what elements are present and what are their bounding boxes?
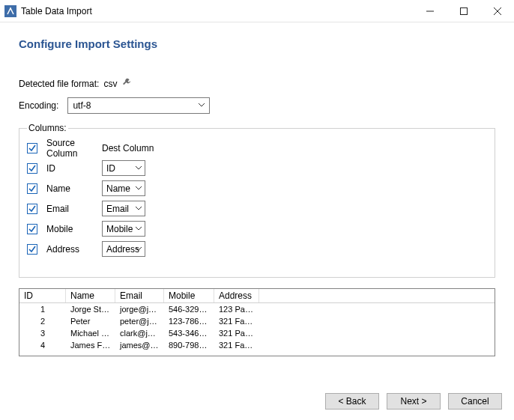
cell-email: james@java…	[115, 339, 164, 351]
column-row-address: Address Address	[27, 239, 487, 259]
columns-header-row: Source Column Dest Column	[27, 138, 487, 158]
window-controls	[413, 0, 514, 22]
columns-fieldset: Columns: Source Column Dest Column ID ID…	[19, 123, 495, 278]
dest-value: ID	[106, 163, 115, 174]
next-button[interactable]: Next >	[387, 393, 441, 410]
select-all-checkbox[interactable]	[27, 143, 37, 153]
encoding-select[interactable]: utf-8	[67, 97, 210, 114]
col-spacer	[259, 289, 495, 302]
cell-id: 3	[19, 327, 66, 339]
cell-id: 4	[19, 339, 66, 351]
cell-address: 321 Fake A…	[214, 315, 259, 327]
cell-email: peter@java…	[115, 315, 164, 327]
table-row[interactable]: 4 James Fran… james@java… 890-798-54… 32…	[19, 339, 495, 351]
source-name: Mobile	[46, 224, 102, 234]
dest-select[interactable]: Mobile	[102, 221, 145, 237]
cell-mobile: 890-798-54…	[164, 339, 214, 351]
column-checkbox[interactable]	[27, 204, 37, 214]
app-icon	[4, 5, 16, 17]
source-name: Address	[46, 244, 102, 255]
chevron-down-icon	[136, 227, 142, 231]
page-heading: Configure Import Settings	[19, 37, 495, 50]
cell-mobile: 543-346-59…	[164, 327, 214, 339]
cell-id: 1	[19, 303, 66, 315]
cell-email: clark@javat…	[115, 327, 164, 339]
dest-column-header: Dest Column	[102, 143, 154, 153]
chevron-down-icon	[136, 186, 142, 191]
cell-id: 2	[19, 315, 66, 327]
dest-select[interactable]: ID	[102, 160, 145, 176]
wrench-icon[interactable]	[121, 77, 132, 90]
preview-header: ID Name Email Mobile Address	[19, 289, 495, 303]
cell-address: 123 Park St…	[214, 303, 259, 315]
dest-value: Email	[106, 204, 129, 214]
col-address[interactable]: Address	[214, 289, 259, 302]
chevron-down-icon	[199, 103, 205, 108]
close-button[interactable]	[480, 0, 514, 22]
detected-format-row: Detected file format: csv	[19, 77, 495, 90]
column-checkbox[interactable]	[27, 244, 37, 255]
cell-name: James Fran…	[66, 339, 115, 351]
cell-name: Michael Clark	[66, 327, 115, 339]
window-title: Table Data Import	[21, 6, 413, 16]
col-mobile[interactable]: Mobile	[164, 289, 214, 302]
source-column-header: Source Column	[46, 138, 102, 159]
chevron-down-icon	[136, 166, 142, 171]
encoding-label: Encoding:	[19, 100, 58, 111]
cell-email: jorge@java…	[115, 303, 164, 315]
col-name[interactable]: Name	[66, 289, 115, 302]
titlebar: Table Data Import	[0, 0, 514, 22]
cell-address: 321 Park A…	[214, 327, 259, 339]
source-name: Email	[46, 204, 102, 214]
minimize-button[interactable]	[413, 0, 447, 22]
cell-address: 321 Fake A…	[214, 339, 259, 351]
columns-legend: Columns:	[27, 123, 68, 133]
preview-table: ID Name Email Mobile Address 1 Jorge Ste…	[19, 288, 495, 356]
source-name: ID	[46, 163, 102, 174]
detected-format-value: csv	[103, 79, 117, 89]
cancel-button[interactable]: Cancel	[448, 393, 502, 410]
dest-select[interactable]: Name	[102, 180, 145, 196]
column-row-mobile: Mobile Mobile	[27, 219, 487, 239]
table-row[interactable]: 2 Peter peter@java… 123-786-56… 321 Fake…	[19, 315, 495, 327]
footer-buttons: < Back Next > Cancel	[325, 393, 502, 410]
dest-select[interactable]: Email	[102, 201, 145, 216]
column-checkbox[interactable]	[27, 183, 37, 194]
encoding-value: utf-8	[73, 100, 91, 111]
dest-value: Name	[106, 183, 130, 194]
col-email[interactable]: Email	[115, 289, 164, 302]
cell-mobile: 123-786-56…	[164, 315, 214, 327]
source-name: Name	[46, 183, 102, 194]
svg-rect-1	[460, 7, 467, 14]
maximize-button[interactable]	[447, 0, 480, 22]
col-id[interactable]: ID	[19, 289, 66, 302]
column-checkbox[interactable]	[27, 163, 37, 174]
dest-value: Mobile	[106, 224, 133, 234]
column-row-id: ID ID	[27, 158, 487, 178]
table-row[interactable]: 1 Jorge Step… jorge@java… 546-329-98… 12…	[19, 303, 495, 315]
table-row[interactable]: 3 Michael Clark clark@javat… 543-346-59……	[19, 327, 495, 339]
encoding-row: Encoding: utf-8	[19, 97, 495, 114]
dest-select[interactable]: Address	[102, 241, 145, 257]
preview-body: 1 Jorge Step… jorge@java… 546-329-98… 12…	[19, 303, 495, 356]
column-checkbox[interactable]	[27, 224, 37, 234]
cell-name: Jorge Step…	[66, 303, 115, 315]
column-row-email: Email Email	[27, 198, 487, 219]
cell-name: Peter	[66, 315, 115, 327]
back-button[interactable]: < Back	[325, 393, 379, 410]
chevron-down-icon	[136, 207, 142, 211]
detected-format-label: Detected file format:	[19, 79, 99, 89]
dest-value: Address	[106, 244, 139, 255]
column-row-name: Name Name	[27, 178, 487, 198]
chevron-down-icon	[136, 247, 142, 252]
content-area: Configure Import Settings Detected file …	[0, 22, 514, 356]
cell-mobile: 546-329-98…	[164, 303, 214, 315]
